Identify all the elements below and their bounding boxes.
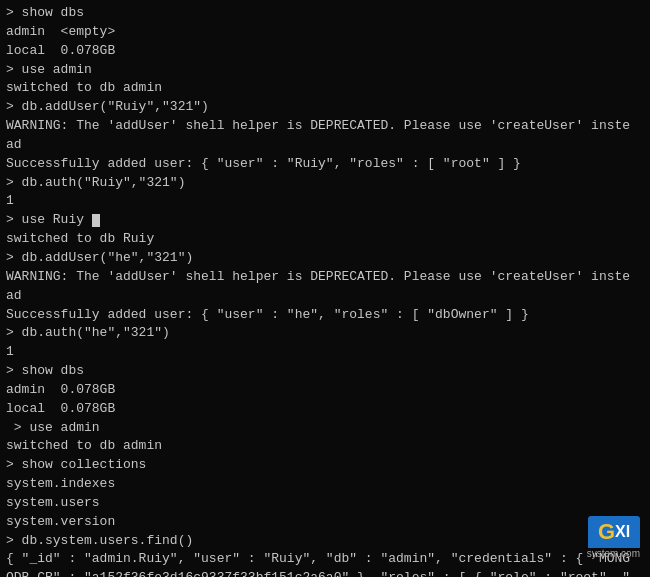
watermark-xi: XI: [615, 523, 630, 541]
terminal-line: switched to db Ruiy: [6, 230, 644, 249]
terminal-line: switched to db admin: [6, 79, 644, 98]
terminal-line: admin 0.078GB: [6, 381, 644, 400]
terminal-line: ad: [6, 136, 644, 155]
watermark: GXI system.com: [587, 516, 640, 559]
terminal-line: ad: [6, 287, 644, 306]
terminal-line: > show dbs: [6, 362, 644, 381]
terminal-line: > use Ruiy: [6, 211, 644, 230]
terminal-line: admin <empty>: [6, 23, 644, 42]
terminal-output: > show dbsadmin <empty>local 0.078GB> us…: [6, 4, 644, 577]
terminal-line: > use admin: [6, 61, 644, 80]
terminal-line: > show collections: [6, 456, 644, 475]
terminal-line: WARNING: The 'addUser' shell helper is D…: [6, 268, 644, 287]
terminal-line: local 0.078GB: [6, 400, 644, 419]
terminal-line: > db.addUser("Ruiy","321"): [6, 98, 644, 117]
terminal-line: Successfully added user: { "user" : "Rui…: [6, 155, 644, 174]
terminal-line: switched to db admin: [6, 437, 644, 456]
terminal-line: ODB-CR" : "a152f36fe3d16c9337f33bf151c2a…: [6, 569, 644, 577]
terminal-line: WARNING: The 'addUser' shell helper is D…: [6, 117, 644, 136]
terminal-line: > show dbs: [6, 4, 644, 23]
terminal-line: local 0.078GB: [6, 42, 644, 61]
watermark-logo: GXI: [588, 516, 640, 548]
watermark-g: G: [598, 519, 615, 545]
watermark-url: system.com: [587, 548, 640, 559]
terminal-line: { "_id" : "admin.Ruiy", "user" : "Ruiy",…: [6, 550, 644, 569]
terminal-line: system.version: [6, 513, 644, 532]
terminal-line: Successfully added user: { "user" : "he"…: [6, 306, 644, 325]
terminal-line: system.users: [6, 494, 644, 513]
terminal-line: > db.addUser("he","321"): [6, 249, 644, 268]
terminal-line: > db.auth("he","321"): [6, 324, 644, 343]
terminal-line: > use admin: [6, 419, 644, 438]
terminal-line: 1: [6, 343, 644, 362]
terminal-line: 1: [6, 192, 644, 211]
terminal-line: > db.system.users.find(): [6, 532, 644, 551]
terminal: > show dbsadmin <empty>local 0.078GB> us…: [0, 0, 650, 577]
cursor: [92, 214, 100, 227]
terminal-line: system.indexes: [6, 475, 644, 494]
terminal-line: > db.auth("Ruiy","321"): [6, 174, 644, 193]
